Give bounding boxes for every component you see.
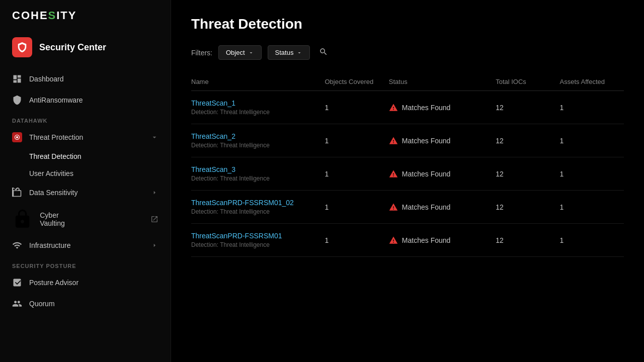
sidebar-item-posture-advisor-label: Posture Advisor [29, 279, 78, 287]
security-posture-section-label: SECURITY POSTURE [0, 256, 171, 272]
row-name-4: ThreatScanPRD-FSSRSM01 [191, 232, 325, 240]
security-center-label: Security Center [39, 42, 106, 53]
table-row[interactable]: ThreatScanPRD-FSSRSM01 Detection: Threat… [191, 224, 624, 257]
row-detection-0: Detection: Threat Intelligence [191, 109, 325, 116]
sidebar-item-infrastructure[interactable]: Infrastructure [0, 235, 171, 256]
target-icon [14, 134, 20, 140]
warning-icon [389, 103, 398, 112]
row-assets-3: 1 [560, 203, 624, 211]
row-status-text-1: Matches Found [402, 137, 451, 145]
search-icon [319, 47, 328, 56]
security-center-icon [12, 37, 32, 57]
sidebar-item-data-sensitivity[interactable]: Data Sensitivity [0, 182, 171, 203]
page-title: Threat Detection [191, 16, 624, 32]
logo-text-before: COHE [12, 9, 48, 22]
sidebar-item-cyber-vaulting[interactable]: Cyber Vaulting [0, 203, 171, 235]
row-detection-2: Detection: Threat Intelligence [191, 175, 325, 182]
datahawk-section-label: DATAHAWK [0, 111, 171, 127]
threat-detection-table: Name Objects Covered Status Total IOCs A… [191, 73, 624, 257]
sidebar-item-threat-protection[interactable]: Threat Protection [0, 127, 171, 148]
warning-icon [389, 136, 398, 145]
row-iocs-1: 12 [496, 137, 559, 145]
row-status-2: Matches Found [389, 169, 496, 178]
warning-icon [389, 236, 398, 245]
chevron-down-icon [150, 133, 158, 141]
row-detection-3: Detection: Threat Intelligence [191, 208, 325, 215]
row-status-text-0: Matches Found [402, 104, 451, 112]
row-name-2: ThreatScan_3 [191, 165, 325, 173]
shield-icon [17, 42, 28, 53]
row-objects-0: 1 [325, 104, 388, 112]
sidebar-item-posture-advisor[interactable]: Posture Advisor [0, 272, 171, 293]
antiransomware-icon [12, 95, 22, 105]
sidebar-item-user-activities-label: User Activities [29, 169, 73, 177]
row-assets-4: 1 [560, 236, 624, 244]
warning-icon [389, 203, 398, 212]
cell-name-0: ThreatScan_1 Detection: Threat Intellige… [191, 99, 325, 116]
chevron-down-icon-object [248, 50, 254, 56]
cell-name-2: ThreatScan_3 Detection: Threat Intellige… [191, 165, 325, 182]
row-iocs-3: 12 [496, 203, 559, 211]
table-row[interactable]: ThreatScan_2 Detection: Threat Intellige… [191, 124, 624, 157]
row-detection-4: Detection: Threat Intelligence [191, 241, 325, 248]
posture-advisor-icon [12, 278, 22, 288]
filters-bar: Filters: Object Status [191, 44, 624, 61]
warning-icon [389, 169, 398, 178]
row-status-text-4: Matches Found [402, 236, 451, 244]
sidebar-item-antiransomware[interactable]: AntiRansomware [0, 89, 171, 111]
data-sensitivity-icon [12, 188, 22, 198]
row-status-text-2: Matches Found [402, 170, 451, 178]
status-filter-button[interactable]: Status [268, 45, 310, 60]
security-center-block[interactable]: Security Center [0, 30, 171, 64]
cyber-vaulting-icon [12, 209, 33, 229]
cell-name-1: ThreatScan_2 Detection: Threat Intellige… [191, 132, 325, 149]
table-row[interactable]: ThreatScan_1 Detection: Threat Intellige… [191, 91, 624, 124]
sidebar-item-user-activities[interactable]: User Activities [29, 165, 171, 182]
row-status-text-3: Matches Found [402, 203, 451, 211]
row-status-1: Matches Found [389, 136, 496, 145]
table-header: Name Objects Covered Status Total IOCs A… [191, 73, 624, 91]
row-name-0: ThreatScan_1 [191, 99, 325, 107]
sidebar-item-cyber-vaulting-label: Cyber Vaulting [40, 211, 65, 227]
row-assets-1: 1 [560, 137, 624, 145]
search-button[interactable] [316, 44, 331, 61]
sidebar-item-dashboard[interactable]: Dashboard [0, 68, 171, 89]
row-status-0: Matches Found [389, 103, 496, 112]
dashboard-icon [12, 74, 22, 84]
row-objects-4: 1 [325, 236, 388, 244]
sidebar-item-dashboard-label: Dashboard [29, 75, 64, 83]
logo: COHESITY [12, 9, 158, 22]
quorum-icon [12, 299, 22, 309]
cell-name-3: ThreatScanPRD-FSSRSM01_02 Detection: Thr… [191, 199, 325, 215]
row-status-4: Matches Found [389, 236, 496, 245]
row-assets-0: 1 [560, 104, 624, 112]
infrastructure-icon [12, 240, 22, 250]
row-detection-1: Detection: Threat Intelligence [191, 142, 325, 149]
chevron-right-icon-2 [150, 241, 158, 249]
object-filter-button[interactable]: Object [218, 45, 262, 60]
main-content: Threat Detection Filters: Object Status … [171, 0, 644, 362]
sidebar-item-antiransomware-label: AntiRansomware [29, 96, 83, 104]
external-link-icon [150, 215, 158, 223]
logo-green-s: S [48, 9, 57, 22]
sidebar-item-threat-detection[interactable]: Threat Detection [29, 148, 171, 165]
threat-protection-subnav: Threat Detection User Activities [0, 148, 171, 182]
sidebar-item-quorum-label: Quorum [29, 300, 55, 308]
col-assets: Assets Affected [560, 78, 624, 85]
logo-text-after: ITY [56, 9, 76, 22]
row-status-3: Matches Found [389, 203, 496, 212]
row-iocs-2: 12 [496, 170, 559, 178]
threat-protection-icon [12, 132, 22, 142]
col-name: Name [191, 78, 325, 85]
table-row[interactable]: ThreatScan_3 Detection: Threat Intellige… [191, 157, 624, 191]
sidebar: COHESITY Security Center Dashboard AntiR… [0, 0, 171, 362]
sidebar-item-quorum[interactable]: Quorum [0, 293, 171, 314]
chevron-down-icon-status [296, 50, 302, 56]
logo-area: COHESITY [0, 0, 171, 30]
sidebar-item-threat-protection-label: Threat Protection [29, 133, 83, 141]
row-name-1: ThreatScan_2 [191, 132, 325, 140]
object-filter-label: Object [226, 49, 245, 56]
table-row[interactable]: ThreatScanPRD-FSSRSM01_02 Detection: Thr… [191, 191, 624, 224]
sidebar-item-infrastructure-label: Infrastructure [29, 241, 70, 249]
filters-label: Filters: [191, 49, 212, 57]
